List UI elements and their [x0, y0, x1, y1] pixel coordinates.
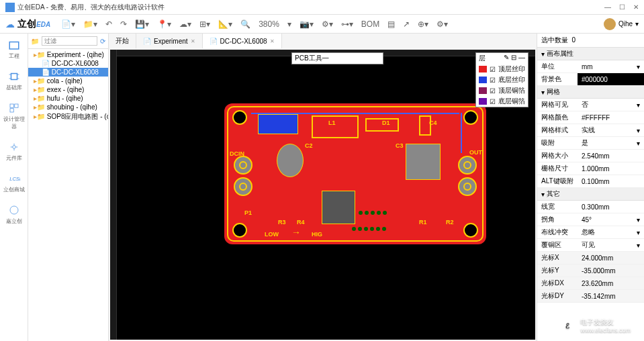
tree-folder[interactable]: ▸📁 hufu - (qihe): [28, 94, 108, 103]
rail-basic-lib[interactable]: 基础库: [2, 68, 26, 94]
watermark-brand: 电子发烧友: [580, 318, 631, 327]
grid-tool-icon[interactable]: ⊞▾: [199, 19, 210, 29]
prop-label: 单位: [537, 60, 578, 72]
tree-folder[interactable]: ▸📁 shoubing - (qihe): [28, 103, 108, 111]
watermark-icon: ℰ: [559, 317, 576, 334]
snap-select[interactable]: 是▾: [578, 137, 644, 149]
pcb-canvas[interactable]: PCB工具 — 层✎ ⊟ — ☑顶层丝印 ☑底层丝印 ☑顶层铜箔 ☑底层铜箔: [110, 50, 535, 340]
rail-project[interactable]: 工程: [2, 36, 26, 62]
layers-panel[interactable]: 层✎ ⊟ — ☑顶层丝印 ☑底层丝印 ☑顶层铜箔 ☑底层铜箔: [475, 52, 528, 107]
route-width-input[interactable]: 0.300mm: [578, 201, 644, 213]
project-tree: ▸📁 Experiment - (qihe) 📄 DC-DC-XL6008 📄 …: [28, 49, 108, 124]
pcb-board[interactable]: L1 D1 C4 DCIN C2 C3 OUT P1 R3 R4 U1 R1 R…: [224, 103, 486, 244]
layers-header: 层✎ ⊟ —: [476, 53, 528, 64]
tab-dcdc[interactable]: 📄DC-DC-XL6008✕: [203, 34, 282, 48]
maximize-button[interactable]: ☐: [619, 3, 625, 11]
editor-area: 开始 📄Experiment✕ 📄DC-DC-XL6008✕ PCB工具 — 层…: [109, 34, 537, 341]
alt-snap-input[interactable]: 0.100mm: [578, 175, 644, 187]
bom-button[interactable]: BOM: [361, 19, 379, 29]
close-icon[interactable]: ✕: [191, 38, 195, 44]
filter-input[interactable]: [42, 36, 97, 46]
user-name: Qihe: [618, 20, 633, 28]
tree-folder[interactable]: ▸📁 cola - (qihe): [28, 77, 108, 85]
grid-size-input[interactable]: 2.540mm: [578, 150, 644, 162]
logo-text: 立创EDA: [17, 18, 50, 30]
tab-start[interactable]: 开始: [109, 34, 136, 48]
save-icon[interactable]: 💾▾: [135, 19, 149, 29]
redo-icon[interactable]: ↷: [120, 19, 127, 29]
pcb-toolbar[interactable]: PCB工具 —: [291, 52, 383, 64]
camera-icon[interactable]: 📷▾: [300, 19, 314, 29]
project-panel-header: 📁 ⟳: [28, 34, 108, 49]
ruler-tool-icon[interactable]: 📐▾: [218, 19, 232, 29]
rail-lc-mall[interactable]: LCSD立创商城: [2, 170, 26, 196]
layer-row[interactable]: ☑底层丝印: [476, 75, 528, 85]
toolbar-icons: 📄▾ 📁▾ ↶ ↷ 💾▾ 📍▾ ☁▾ ⊞▾ 📐▾ 🔍 380%▾ 📷▾ ⚙▾ ⊶…: [61, 19, 448, 29]
svg-rect-0: [9, 42, 19, 50]
route-conflict-select[interactable]: 忽略▾: [578, 226, 644, 238]
snap-size-input[interactable]: 1.000mm: [578, 162, 644, 175]
cursor-dy: -35.142mm: [578, 290, 644, 302]
tree-folder[interactable]: ▸📁 exex - (qihe): [28, 85, 108, 94]
tree-folder[interactable]: ▸📁 SOP8应用电路图 - (qihe): [28, 111, 108, 122]
undo-icon[interactable]: ↶: [105, 19, 112, 29]
folder-menu-icon[interactable]: 📁▾: [83, 19, 97, 29]
svg-rect-1: [11, 74, 17, 80]
rail-component-lib[interactable]: 元件库: [2, 138, 26, 164]
section-grid[interactable]: ▾网格: [537, 86, 644, 99]
main-area: 工程 基础库 设计管理器 元件库 LCSD立创商城 嘉立创 📁 ⟳ ▸📁 Exp…: [0, 34, 644, 341]
window-titlebar: 立创EDA - 免费、易用、强大的在线电路设计软件 — ☐ ✕: [0, 0, 644, 15]
file-menu-icon[interactable]: 📄▾: [61, 19, 75, 29]
layer-row[interactable]: ☑顶层铜箔: [476, 85, 528, 96]
ruler-vertical: [110, 50, 117, 340]
svg-rect-7: [14, 104, 17, 107]
user-area[interactable]: Qihe ▾: [604, 18, 639, 30]
close-button[interactable]: ✕: [633, 3, 639, 11]
grid-style-select[interactable]: 实线▾: [578, 124, 644, 136]
slider-icon[interactable]: ⊶▾: [341, 19, 353, 29]
editor-tabs: 开始 📄Experiment✕ 📄DC-DC-XL6008✕: [109, 34, 537, 48]
chip-icon[interactable]: ▤: [387, 19, 395, 29]
watermark: ℰ 电子发烧友 www.elecfans.com: [559, 317, 631, 334]
grid-visible-select[interactable]: 否▾: [578, 99, 644, 111]
grid-color-input[interactable]: #FFFFFF: [578, 111, 644, 124]
settings-icon[interactable]: ⚙▾: [436, 19, 448, 29]
close-icon[interactable]: ✕: [270, 38, 275, 44]
rail-jlc[interactable]: 嘉立创: [2, 201, 26, 228]
search-tool-icon[interactable]: 🔍: [240, 19, 250, 29]
tree-doc[interactable]: 📄 DC-DC-XL6008: [28, 59, 108, 68]
tree-folder[interactable]: ▸📁 Experiment - (qihe): [28, 50, 108, 59]
layer-row[interactable]: ☑底层铜箔: [476, 96, 528, 107]
new-folder-icon[interactable]: 📁: [31, 38, 39, 45]
prop-label: 背景色: [537, 73, 578, 85]
svg-rect-8: [10, 109, 13, 112]
properties-panel: 选中数量 0 ▾画布属性 单位mm▾ 背景色#000000 ▾网格 网格可见否▾…: [537, 34, 644, 341]
route-angle-select[interactable]: 45°▾: [578, 213, 644, 226]
copper-zone-select[interactable]: 可见▾: [578, 239, 644, 251]
refresh-icon[interactable]: ⟳: [100, 38, 105, 45]
window-controls: — ☐ ✕: [604, 3, 639, 11]
app-logo[interactable]: ☁ 立创EDA: [5, 18, 50, 30]
cursor-x: 24.000mm: [578, 252, 644, 264]
section-canvas[interactable]: ▾画布属性: [537, 48, 644, 60]
svg-rect-6: [10, 104, 13, 107]
tab-experiment[interactable]: 📄Experiment✕: [136, 34, 203, 48]
cloud-tool-icon[interactable]: ☁▾: [179, 19, 191, 29]
tree-doc-active[interactable]: 📄 DC-DC-XL6008: [28, 68, 108, 77]
adjust-icon[interactable]: ⚙▾: [322, 19, 333, 29]
pin-icon[interactable]: 📍▾: [157, 19, 171, 29]
zoom-value[interactable]: 380%: [259, 19, 279, 29]
unit-select[interactable]: mm▾: [578, 60, 644, 72]
rail-design-mgr[interactable]: 设计管理器: [2, 99, 26, 133]
share-icon[interactable]: ↗: [403, 19, 410, 29]
watermark-url: www.elecfans.com: [580, 327, 631, 334]
user-avatar-icon: [604, 18, 616, 30]
layer-row[interactable]: ☑顶层丝印: [476, 64, 528, 75]
tool-icon[interactable]: ⊕▾: [418, 19, 428, 29]
section-other[interactable]: ▾其它: [537, 188, 644, 201]
cursor-dx: 23.620mm: [578, 277, 644, 289]
minimize-button[interactable]: —: [604, 3, 611, 11]
window-title: 立创EDA - 免费、易用、强大的在线电路设计软件: [17, 3, 165, 12]
user-dropdown-icon: ▾: [635, 20, 639, 28]
bgcolor-input[interactable]: #000000: [578, 73, 644, 85]
